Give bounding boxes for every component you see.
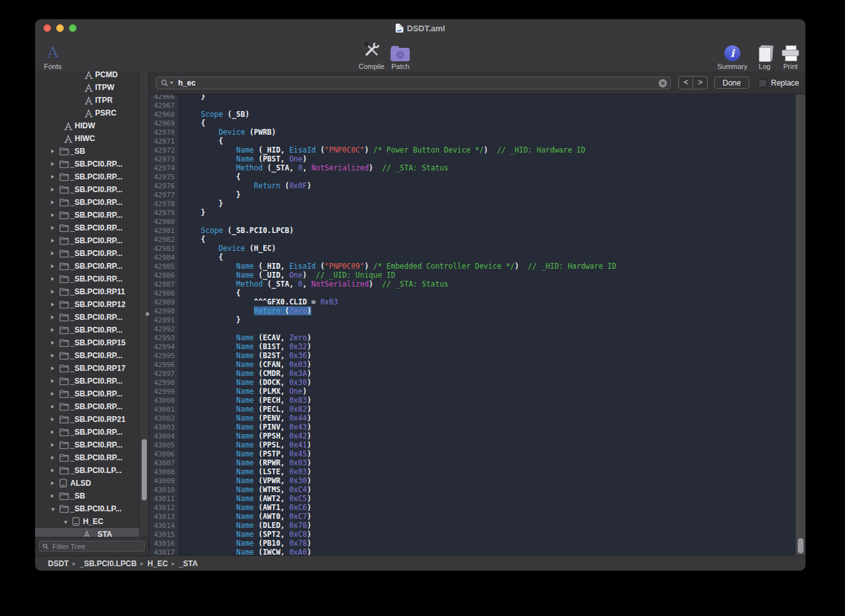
disclosure-collapsed-icon[interactable]	[51, 366, 59, 370]
code-line[interactable]: 42984 {	[149, 253, 796, 262]
disclosure-collapsed-icon[interactable]	[51, 188, 59, 192]
find-previous-button[interactable]: <	[679, 77, 693, 89]
code-line[interactable]: 42991 }	[149, 315, 796, 324]
sidebar-item--sb-pci0-rp-[interactable]: _SB.PCI0.RP...	[35, 451, 140, 464]
breadcrumb-item-method[interactable]: _STA	[179, 559, 198, 568]
disclosure-collapsed-icon[interactable]	[51, 341, 59, 345]
patch-button[interactable]: Patch	[391, 38, 410, 70]
code-line[interactable]: 42979 }	[149, 208, 796, 217]
disclosure-collapsed-icon[interactable]	[51, 162, 59, 166]
sidebar-item--sb-pci0-lp-[interactable]: _SB.PCI0.LP...	[35, 502, 140, 515]
sidebar-scrollbar[interactable]	[139, 71, 149, 537]
find-next-button[interactable]: >	[693, 77, 707, 89]
sidebar-item--sb-pci0-rp-[interactable]: _SB.PCI0.RP...	[35, 439, 140, 451]
sidebar-item-hidw[interactable]: HIDW	[35, 119, 140, 132]
code-line[interactable]: 43003 Name (PINV, 0x43)	[149, 423, 796, 432]
code-line[interactable]: 42978 }	[149, 199, 796, 208]
sidebar-item--sb-pci0-rp-[interactable]: _SB.PCI0.RP...	[35, 209, 140, 222]
sidebar-item--sb-pci0-rp-[interactable]: _SB.PCI0.RP...	[35, 375, 140, 387]
code-line[interactable]: 42988 {	[149, 289, 796, 297]
sidebar-item--sb-pci0-rp-[interactable]: _SB.PCI0.RP...	[35, 247, 140, 260]
disclosure-collapsed-icon[interactable]	[51, 494, 59, 498]
code-line[interactable]: 43014 Name (DLED, 0x78)	[149, 521, 796, 530]
sidebar-item--sb-pci0-rp-[interactable]: _SB.PCI0.RP...	[35, 311, 140, 324]
code-line[interactable]: 42993 Name (ECAV, Zero)	[149, 333, 796, 342]
code-line[interactable]: 42976 Return (0x0F)	[149, 181, 796, 190]
disclosure-collapsed-icon[interactable]	[51, 443, 59, 447]
code-line[interactable]: 42989 ^^^GFX0.CLID = 0x03	[149, 297, 796, 306]
disclosure-collapsed-icon[interactable]	[51, 315, 59, 319]
code-editor[interactable]: 42966 }4296742968 Scope (_SB)42969 {4297…	[149, 94, 796, 555]
code-line[interactable]: 42968 Scope (_SB)	[149, 110, 796, 119]
code-line[interactable]: 43007 Name (RPWR, 0x03)	[149, 458, 796, 467]
disclosure-collapsed-icon[interactable]	[51, 290, 59, 294]
disclosure-collapsed-icon[interactable]	[51, 175, 59, 179]
sidebar-item--sb[interactable]: _SB	[35, 490, 140, 502]
code-line[interactable]: 42969 {	[149, 119, 796, 128]
sidebar-item-itpw[interactable]: ITPW	[35, 81, 140, 94]
code-line[interactable]: 42987 Method (_STA, 0, NotSerialized) //…	[149, 280, 796, 289]
find-field[interactable]: ✕	[156, 77, 671, 89]
sidebar-item--sb-pci0-lp-[interactable]: _SB.PCI0.LP...	[35, 464, 140, 477]
sidebar-item--sb-pci0-rp-[interactable]: _SB.PCI0.RP...	[35, 426, 140, 439]
disclosure-collapsed-icon[interactable]	[51, 200, 59, 204]
code-line[interactable]: 42975 {	[149, 172, 796, 181]
sidebar-item-pcmd[interactable]: PCMD	[35, 71, 140, 81]
disclosure-collapsed-icon[interactable]	[51, 405, 59, 409]
code-line[interactable]: 42998 Name (DOCK, 0x30)	[149, 378, 796, 387]
breadcrumb-item-scope[interactable]: _SB.PCI0.LPCB	[80, 559, 137, 568]
code-line[interactable]: 42985 Name (_HID, EisaId ("PNP0C09") /* …	[149, 262, 796, 271]
editor-scrollbar-thumb[interactable]	[798, 538, 804, 553]
find-input[interactable]	[177, 78, 655, 88]
disclosure-collapsed-icon[interactable]	[51, 328, 59, 332]
disclosure-collapsed-icon[interactable]	[51, 469, 59, 472]
code-line[interactable]: 42983 Device (H_EC)	[149, 244, 796, 253]
disclosure-collapsed-icon[interactable]	[51, 264, 59, 268]
sidebar-item--sta[interactable]: _STA	[35, 528, 140, 537]
breadcrumb-item-device[interactable]: H_EC	[147, 559, 168, 568]
breadcrumb-item-dsdt[interactable]: DSDT	[48, 559, 69, 568]
disclosure-collapsed-icon[interactable]	[51, 277, 59, 281]
sidebar-item--sb-pci0-rp21[interactable]: _SB.PCI0.RP21	[35, 413, 140, 426]
fonts-button[interactable]: A Fonts	[44, 38, 62, 70]
code-line[interactable]: 42973 Name (PBST, One)	[149, 154, 796, 163]
code-line[interactable]: 42986 Name (_UID, One) // _UID: Unique I…	[149, 271, 796, 280]
sidebar-item--sb-pci0-rp-[interactable]: _SB.PCI0.RP...	[35, 170, 140, 183]
filter-tree-field[interactable]	[39, 541, 145, 552]
sidebar-item--sb-pci0-rp12[interactable]: _SB.PCI0.RP12	[35, 298, 140, 311]
disclosure-collapsed-icon[interactable]	[51, 303, 59, 306]
sidebar-item--sb-pci0-rp15[interactable]: _SB.PCI0.RP15	[35, 336, 140, 349]
code-line[interactable]: 42972 Name (_HID, EisaId ("PNP0C0C") /* …	[149, 146, 796, 154]
disclosure-collapsed-icon[interactable]	[51, 213, 59, 217]
code-line[interactable]: 43017 Name (IWCW, 0xA0)	[149, 548, 796, 555]
sidebar-item--sb-pci0-rp-[interactable]: _SB.PCI0.RP...	[35, 324, 140, 336]
sidebar-item--sb-pci0-rp-[interactable]: _SB.PCI0.RP...	[35, 196, 140, 209]
code-line[interactable]: 42990 Return (Zero)	[149, 306, 796, 315]
code-line[interactable]: 42982 {	[149, 235, 796, 244]
sidebar-item--sb-pci0-rp17[interactable]: _SB.PCI0.RP17	[35, 362, 140, 375]
sidebar-item-h-ec[interactable]: H_EC	[35, 515, 140, 528]
print-button[interactable]: Print	[782, 38, 799, 70]
code-line[interactable]: 42980	[149, 217, 796, 226]
replace-toggle[interactable]: Replace	[758, 79, 799, 87]
sidebar-item--sb-pci0-rp-[interactable]: _SB.PCI0.RP...	[35, 183, 140, 196]
sidebar-item--sb-pci0-rp-[interactable]: _SB.PCI0.RP...	[35, 273, 140, 285]
sidebar-item--sb-pci0-rp-[interactable]: _SB.PCI0.RP...	[35, 260, 140, 273]
disclosure-collapsed-icon[interactable]	[51, 481, 59, 485]
code-line[interactable]: 42981 Scope (_SB.PCI0.LPCB)	[149, 226, 796, 235]
code-line[interactable]: 42977 }	[149, 190, 796, 199]
sidebar-item-alsd[interactable]: ALSD	[35, 477, 140, 490]
disclosure-collapsed-icon[interactable]	[51, 149, 59, 153]
clear-search-icon[interactable]: ✕	[659, 79, 667, 87]
code-line[interactable]: 42994 Name (B1ST, 0x32)	[149, 342, 796, 351]
code-line[interactable]: 42992	[149, 324, 796, 333]
code-line[interactable]: 43009 Name (VPWR, 0x30)	[149, 476, 796, 485]
log-button[interactable]: Log	[758, 38, 772, 70]
code-line[interactable]: 43001 Name (PECL, 0x82)	[149, 405, 796, 414]
sidebar-item-psrc[interactable]: PSRC	[35, 107, 140, 119]
sidebar-item-itpr[interactable]: ITPR	[35, 94, 140, 107]
disclosure-collapsed-icon[interactable]	[51, 456, 59, 460]
code-line[interactable]: 42997 Name (CMDR, 0x3A)	[149, 369, 796, 378]
sidebar-scrollbar-thumb[interactable]	[142, 439, 147, 500]
disclosure-collapsed-icon[interactable]	[51, 252, 59, 255]
